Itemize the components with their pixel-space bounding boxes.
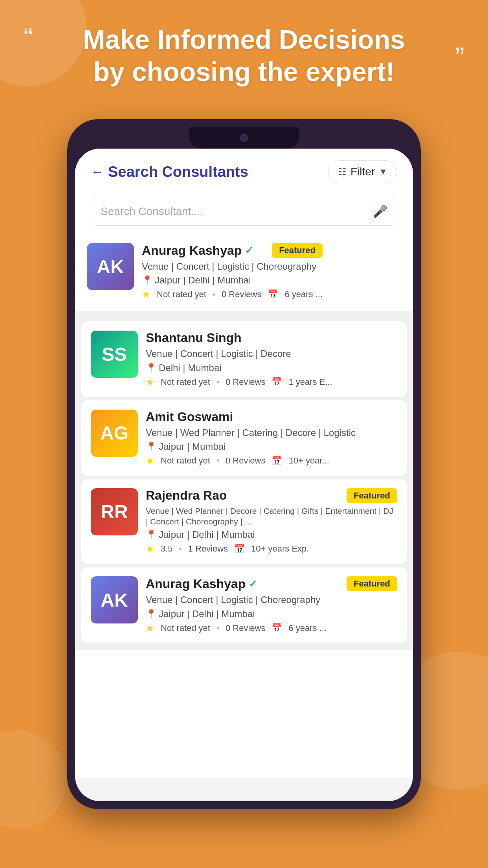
stats-row: ★ Not rated yet • 0 Reviews 📅 1 years E.… <box>146 377 397 388</box>
rating-text: Not rated yet <box>161 456 210 466</box>
specialty-text: Venue | Concert | Logistic | Choreograph… <box>146 594 397 606</box>
phone-container: ← Search Consultants ☷ Filter ▼ Search C… <box>0 119 488 809</box>
consultant-name: Rajendra Rao <box>146 488 227 503</box>
featured-badge: Featured <box>347 576 397 591</box>
consultant-info: Amit Goswami Venue | Wed Planner | Cater… <box>146 410 397 466</box>
search-bar-container: Search Consultant.... 🎤 <box>75 191 413 234</box>
app-screen: ← Search Consultants ☷ Filter ▼ Search C… <box>75 149 413 778</box>
camera-notch <box>189 127 299 149</box>
reviews-text: 1 Reviews <box>188 544 228 554</box>
microphone-icon[interactable]: 🎤 <box>373 204 387 218</box>
consultant-card[interactable]: AG Amit Goswami Venue | Wed Planner | Ca… <box>81 400 407 476</box>
star-icon: ★ <box>146 543 154 554</box>
camera-dot <box>240 134 248 142</box>
consultant-info: Rajendra Rao Featured Venue | Wed Planne… <box>146 488 397 555</box>
consultant-name: Shantanu Singh <box>146 331 242 345</box>
consultant-name: Amit Goswami <box>146 410 233 424</box>
specialty-text: Venue | Wed Planner | Catering | Decore … <box>146 427 397 439</box>
consultant-card[interactable]: SS Shantanu Singh Venue | Concert | Logi… <box>81 321 407 397</box>
name-row: Rajendra Rao Featured <box>146 488 397 503</box>
featured-badge: Featured <box>347 488 397 503</box>
dot-separator: • <box>216 623 219 633</box>
consultant-card[interactable]: AK Anurag Kashyap ✓ Featured Venue | Con… <box>81 567 407 643</box>
phone-inner: ← Search Consultants ☷ Filter ▼ Search C… <box>75 149 413 801</box>
name-row: Anurag Kashyap ✓ Featured <box>142 243 323 258</box>
verified-icon: ✓ <box>245 245 253 257</box>
location-icon: 📍 <box>146 609 156 619</box>
filter-button[interactable]: ☷ Filter ▼ <box>328 160 397 183</box>
experience-icon: 📅 <box>272 623 282 633</box>
reviews-text: 0 Reviews <box>226 456 265 466</box>
star-icon: ★ <box>146 455 154 466</box>
location-text: Jaipur | Mumbai <box>159 441 226 452</box>
name-row: Shantanu Singh <box>146 331 397 345</box>
screen-title: Search Consultants <box>108 164 248 180</box>
featured-first-card-wrapper: AK Anurag Kashyap ✓ Featured Venue | Co <box>75 234 413 309</box>
headline: Make Informed Decisions by choosing the … <box>31 24 457 88</box>
specialty-text: Venue | Concert | Logistic | Choreograph… <box>142 260 323 272</box>
rating-text: 3.5 <box>161 544 173 554</box>
dot-separator: • <box>179 544 182 554</box>
stats-row: ★ 3.5 • 1 Reviews 📅 10+ years Exp. <box>146 543 397 554</box>
location-icon: 📍 <box>146 441 156 452</box>
experience-icon: 📅 <box>234 544 245 554</box>
experience-icon: 📅 <box>268 289 278 300</box>
search-placeholder: Search Consultant.... <box>101 205 373 218</box>
reviews-text: 0 Reviews <box>222 289 261 300</box>
reviews-text: 0 Reviews <box>226 377 265 387</box>
search-bar[interactable]: Search Consultant.... 🎤 <box>91 197 397 226</box>
experience-text: 6 years ... <box>288 623 327 633</box>
avatar: SS <box>91 331 138 378</box>
consultant-info: Anurag Kashyap ✓ Featured Venue | Concer… <box>146 576 397 633</box>
top-bar: ← Search Consultants ☷ Filter ▼ <box>75 149 413 191</box>
consultant-card[interactable]: AK Anurag Kashyap ✓ Featured Venue | Co <box>87 243 401 300</box>
avatar: AG <box>91 410 138 457</box>
consultant-info: Anurag Kashyap ✓ Featured Venue | Concer… <box>142 243 323 300</box>
experience-text: 10+ years Exp. <box>251 544 309 554</box>
quote-left-icon: “ <box>24 24 33 52</box>
avatar: AK <box>87 243 134 290</box>
location-row: 📍 Jaipur | Delhi | Mumbai <box>146 529 397 540</box>
experience-text: 6 years ... <box>284 289 323 300</box>
phone-frame: ← Search Consultants ☷ Filter ▼ Search C… <box>67 119 421 809</box>
location-text: Jaipur | Delhi | Mumbai <box>155 275 251 286</box>
stats-row: ★ Not rated yet • 0 Reviews 📅 6 years ..… <box>142 289 323 300</box>
filter-icon: ☷ <box>338 166 347 177</box>
consultant-name: Anurag Kashyap ✓ <box>142 243 253 258</box>
consultant-name: Anurag Kashyap ✓ <box>146 577 257 591</box>
rating-text: Not rated yet <box>157 289 206 300</box>
location-icon: 📍 <box>142 275 152 285</box>
experience-text: 10+ year... <box>288 456 329 466</box>
location-icon: 📍 <box>146 363 156 373</box>
star-icon: ★ <box>146 377 154 388</box>
location-text: Jaipur | Delhi | Mumbai <box>159 609 255 620</box>
name-row: Anurag Kashyap ✓ Featured <box>146 576 397 591</box>
reviews-text: 0 Reviews <box>226 623 265 633</box>
stats-row: ★ Not rated yet • 0 Reviews 📅 10+ year..… <box>146 455 397 466</box>
rating-text: Not rated yet <box>161 623 210 633</box>
location-text: Jaipur | Delhi | Mumbai <box>159 529 255 540</box>
back-button[interactable]: ← Search Consultants <box>91 164 248 180</box>
location-row: 📍 Jaipur | Delhi | Mumbai <box>146 609 397 620</box>
name-row: Amit Goswami <box>146 410 397 424</box>
rating-text: Not rated yet <box>161 377 210 387</box>
location-row: 📍 Jaipur | Delhi | Mumbai <box>142 275 323 286</box>
chevron-down-icon: ▼ <box>379 167 387 177</box>
consultant-card[interactable]: RR Rajendra Rao Featured Venue | Wed Pla… <box>81 479 407 564</box>
location-icon: 📍 <box>146 530 156 540</box>
consultant-list: SS Shantanu Singh Venue | Concert | Logi… <box>75 314 413 650</box>
experience-icon: 📅 <box>272 456 282 466</box>
dot-separator: • <box>216 377 219 386</box>
back-arrow-icon: ← <box>91 165 103 179</box>
verified-icon: ✓ <box>249 578 257 590</box>
experience-text: 1 years E... <box>288 377 332 387</box>
specialty-text: Venue | Concert | Logistic | Decore <box>146 348 397 360</box>
dot-separator: • <box>216 456 219 465</box>
quote-right-icon: ” <box>455 43 464 72</box>
filter-label: Filter <box>350 166 375 178</box>
header-section: “ ” Make Informed Decisions by choosing … <box>0 0 488 103</box>
specialty-text: Venue | Wed Planner | Decore | Catering … <box>146 506 397 527</box>
star-icon: ★ <box>142 289 150 300</box>
star-icon: ★ <box>146 623 154 634</box>
stats-row: ★ Not rated yet • 0 Reviews 📅 6 years ..… <box>146 623 397 634</box>
